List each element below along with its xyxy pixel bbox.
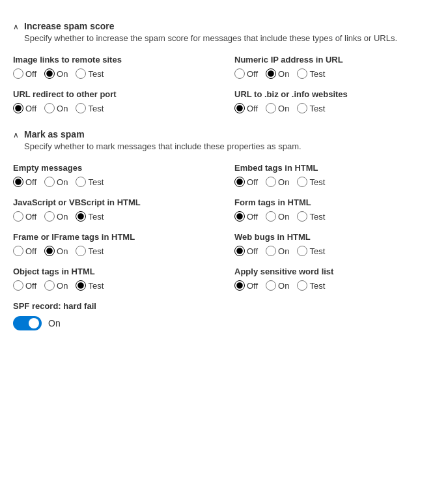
radio-input-javascript-vbscript-on[interactable] — [44, 211, 55, 222]
radio-option-web-bugs-html-test[interactable]: Test — [297, 246, 325, 256]
radio-input-numeric-ip-on[interactable] — [266, 68, 276, 79]
radio-option-embed-tags-html-on[interactable]: On — [266, 177, 289, 187]
radio-input-url-biz-info-on[interactable] — [266, 103, 276, 113]
radio-input-url-biz-info-off[interactable] — [234, 103, 245, 113]
radio-input-object-tags-html-on[interactable] — [44, 280, 55, 291]
radio-label-url-biz-info-on: On — [278, 104, 289, 113]
radio-input-numeric-ip-test[interactable] — [297, 68, 307, 79]
radio-option-empty-messages-off[interactable]: Off — [13, 177, 36, 187]
property-label-empty-messages: Empty messages — [13, 163, 214, 173]
radio-input-url-redirect-off[interactable] — [13, 103, 23, 113]
radio-input-form-tags-html-test[interactable] — [297, 211, 307, 222]
section-mark-as-spam: ∧Mark as spamSpecify whether to mark mes… — [13, 129, 435, 330]
radio-input-frame-iframe-test[interactable] — [76, 246, 86, 256]
radio-option-numeric-ip-off[interactable]: Off — [234, 68, 258, 79]
radio-label-numeric-ip-off: Off — [247, 69, 258, 79]
chevron-mark-as-spam[interactable]: ∧ — [13, 130, 19, 139]
radio-input-image-links-on[interactable] — [44, 68, 55, 79]
radio-input-apply-sensitive-word-test[interactable] — [297, 280, 307, 291]
radio-label-frame-iframe-test: Test — [88, 246, 104, 256]
radio-input-empty-messages-on[interactable] — [44, 177, 55, 187]
radio-option-apply-sensitive-word-test[interactable]: Test — [297, 280, 325, 291]
radio-option-empty-messages-on[interactable]: On — [44, 177, 68, 187]
radio-input-web-bugs-html-off[interactable] — [234, 246, 245, 256]
radio-input-javascript-vbscript-off[interactable] — [13, 211, 23, 222]
radio-option-form-tags-html-test[interactable]: Test — [297, 211, 325, 222]
radio-input-image-links-off[interactable] — [13, 68, 23, 79]
radio-input-embed-tags-html-on[interactable] — [266, 177, 276, 187]
radio-label-apply-sensitive-word-on: On — [278, 281, 289, 291]
radio-option-url-redirect-off[interactable]: Off — [13, 103, 36, 113]
radio-label-url-redirect-test: Test — [88, 104, 104, 113]
radio-input-form-tags-html-off[interactable] — [234, 211, 245, 222]
radio-option-url-biz-info-off[interactable]: Off — [234, 103, 258, 113]
radio-input-empty-messages-test[interactable] — [76, 177, 86, 187]
radio-option-javascript-vbscript-on[interactable]: On — [44, 211, 68, 222]
radio-input-image-links-test[interactable] — [76, 68, 86, 79]
radio-label-javascript-vbscript-off: Off — [25, 212, 36, 222]
radio-input-apply-sensitive-word-off[interactable] — [234, 280, 245, 291]
radio-option-object-tags-html-off[interactable]: Off — [13, 280, 36, 291]
radio-option-frame-iframe-test[interactable]: Test — [76, 246, 104, 256]
radio-label-frame-iframe-off: Off — [25, 246, 36, 256]
radio-option-apply-sensitive-word-off[interactable]: Off — [234, 280, 258, 291]
radio-option-numeric-ip-on[interactable]: On — [266, 68, 289, 79]
radio-option-web-bugs-html-on[interactable]: On — [266, 246, 289, 256]
radio-option-object-tags-html-test[interactable]: Test — [76, 280, 104, 291]
radio-input-object-tags-html-test[interactable] — [76, 280, 86, 291]
radio-label-empty-messages-test: Test — [88, 177, 104, 187]
radio-option-form-tags-html-on[interactable]: On — [266, 211, 289, 222]
spf-section: SPF record: hard failOn — [13, 301, 435, 330]
radio-option-embed-tags-html-test[interactable]: Test — [297, 177, 325, 187]
radio-group-url-redirect: OffOnTest — [13, 103, 214, 113]
radio-option-image-links-on[interactable]: On — [44, 68, 68, 79]
radio-option-apply-sensitive-word-on[interactable]: On — [266, 280, 289, 291]
spf-label: SPF record: hard fail — [13, 301, 435, 311]
radio-input-url-biz-info-test[interactable] — [297, 103, 307, 113]
spf-toggle-container[interactable]: On — [13, 316, 435, 330]
radio-label-javascript-vbscript-on: On — [57, 212, 68, 222]
radio-group-frame-iframe: OffOnTest — [13, 246, 214, 256]
radio-label-web-bugs-html-on: On — [278, 246, 289, 256]
radio-input-web-bugs-html-test[interactable] — [297, 246, 307, 256]
radio-input-form-tags-html-on[interactable] — [266, 211, 276, 222]
radio-option-frame-iframe-on[interactable]: On — [44, 246, 68, 256]
radio-group-javascript-vbscript: OffOnTest — [13, 211, 214, 222]
radio-input-embed-tags-html-test[interactable] — [297, 177, 307, 187]
radio-input-apply-sensitive-word-on[interactable] — [266, 280, 276, 291]
radio-option-image-links-off[interactable]: Off — [13, 68, 36, 79]
radio-label-url-biz-info-off: Off — [247, 104, 258, 113]
radio-option-url-redirect-test[interactable]: Test — [76, 103, 104, 113]
spf-toggle-switch[interactable] — [13, 316, 42, 330]
radio-option-frame-iframe-off[interactable]: Off — [13, 246, 36, 256]
property-label-javascript-vbscript: JavaScript or VBScript in HTML — [13, 197, 214, 207]
property-image-links: Image links to remote sitesOffOnTest — [13, 55, 214, 79]
radio-option-javascript-vbscript-test[interactable]: Test — [76, 211, 104, 222]
radio-input-web-bugs-html-on[interactable] — [266, 246, 276, 256]
property-numeric-ip: Numeric IP address in URLOffOnTest — [234, 55, 435, 79]
radio-input-javascript-vbscript-test[interactable] — [76, 211, 86, 222]
radio-option-object-tags-html-on[interactable]: On — [44, 280, 68, 291]
radio-label-form-tags-html-on: On — [278, 212, 289, 222]
radio-input-embed-tags-html-off[interactable] — [234, 177, 245, 187]
radio-input-empty-messages-off[interactable] — [13, 177, 23, 187]
radio-input-numeric-ip-off[interactable] — [234, 68, 245, 79]
radio-option-numeric-ip-test[interactable]: Test — [297, 68, 325, 79]
radio-option-embed-tags-html-off[interactable]: Off — [234, 177, 258, 187]
radio-input-object-tags-html-off[interactable] — [13, 280, 23, 291]
radio-option-url-biz-info-on[interactable]: On — [266, 103, 289, 113]
radio-option-empty-messages-test[interactable]: Test — [76, 177, 104, 187]
radio-input-url-redirect-test[interactable] — [76, 103, 86, 113]
radio-label-url-redirect-on: On — [57, 104, 68, 113]
radio-option-javascript-vbscript-off[interactable]: Off — [13, 211, 36, 222]
radio-option-url-redirect-on[interactable]: On — [44, 103, 68, 113]
radio-group-web-bugs-html: OffOnTest — [234, 246, 435, 256]
radio-option-image-links-test[interactable]: Test — [76, 68, 104, 79]
radio-input-frame-iframe-off[interactable] — [13, 246, 23, 256]
radio-option-url-biz-info-test[interactable]: Test — [297, 103, 325, 113]
radio-input-frame-iframe-on[interactable] — [44, 246, 55, 256]
radio-option-form-tags-html-off[interactable]: Off — [234, 211, 258, 222]
radio-input-url-redirect-on[interactable] — [44, 103, 55, 113]
radio-option-web-bugs-html-off[interactable]: Off — [234, 246, 258, 256]
chevron-increase-spam-score[interactable]: ∧ — [13, 22, 19, 31]
